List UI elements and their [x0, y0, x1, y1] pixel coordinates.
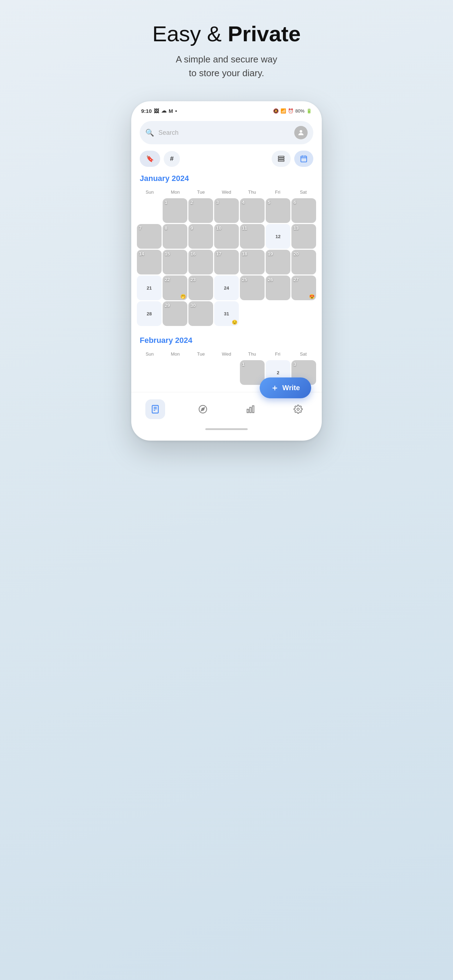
january-2024-label: January 2024: [131, 174, 322, 183]
jan-day-25[interactable]: 25: [240, 275, 265, 300]
jan-day-18[interactable]: 18: [240, 250, 265, 274]
jan-day-20[interactable]: 20: [291, 250, 316, 274]
status-right: 🔕 📶 ⏰ 80% 🔋: [273, 108, 312, 114]
weekday-wed: Wed: [214, 188, 240, 196]
svg-rect-2: [278, 158, 285, 159]
january-cal-grid: 1 2 3 4 5 6 7 8 9: [137, 198, 316, 326]
svg-rect-16: [247, 409, 248, 413]
svg-rect-1: [278, 156, 285, 158]
hashtag-icon: #: [170, 155, 173, 162]
jan-day-8[interactable]: 8: [163, 224, 188, 249]
bookmark-filter-button[interactable]: 🔖: [140, 151, 160, 167]
jan-day-14[interactable]: 14: [137, 250, 162, 274]
jan-day-17[interactable]: 17: [214, 250, 239, 274]
hero-section: Easy & Private A simple and secure wayto…: [153, 21, 300, 101]
bookmark-icon: 🔖: [146, 155, 154, 162]
jan-day-26[interactable]: 26: [265, 275, 290, 300]
battery-label: 80%: [295, 108, 304, 114]
jan-day-28[interactable]: 28: [137, 301, 162, 326]
jan-empty-1: [137, 198, 162, 223]
feb-weekday-fri: Fri: [265, 350, 291, 358]
feb-weekday-sat: Sat: [290, 350, 316, 358]
jan-day-6[interactable]: 6: [291, 198, 316, 223]
feb-weekday-thu: Thu: [239, 350, 265, 358]
nav-settings-button[interactable]: [288, 399, 308, 419]
photo-icon: 🖼: [154, 108, 159, 114]
jan-day-4[interactable]: 4: [240, 198, 265, 223]
phone-mockup: 9:10 🖼 ☁ M • 🔕 📶 ⏰ 80% 🔋 🔍 Search 🔖 #: [131, 101, 322, 441]
cal-weekdays-feb: Sun Mon Tue Wed Thu Fri Sat: [137, 350, 316, 358]
write-button-label: Write: [282, 384, 300, 392]
gmail-icon: M: [168, 108, 173, 114]
jan-day-21[interactable]: 21: [137, 275, 162, 300]
hashtag-filter-button[interactable]: #: [164, 151, 180, 167]
search-placeholder: Search: [158, 129, 290, 137]
weekday-sun: Sun: [137, 188, 163, 196]
hero-title: Easy & Private: [153, 21, 300, 46]
battery-icon: 🔋: [306, 108, 312, 114]
jan-day-12[interactable]: 12: [265, 224, 290, 249]
nav-explore-button[interactable]: [193, 399, 213, 419]
jan-day-5[interactable]: 5: [265, 198, 290, 223]
avatar[interactable]: [294, 126, 308, 139]
jan-day-27[interactable]: 27 😍: [291, 275, 316, 300]
jan-day-11[interactable]: 11: [240, 224, 265, 249]
hero-subtitle: A simple and secure wayto store your dia…: [153, 52, 300, 80]
weekday-sat: Sat: [290, 188, 316, 196]
feb-empty-4: [214, 360, 239, 385]
jan-day-31[interactable]: 31 😒: [214, 301, 239, 326]
write-button[interactable]: Write: [260, 377, 311, 398]
jan-day-15[interactable]: 15: [163, 250, 188, 274]
feb-day-1[interactable]: 1: [240, 360, 265, 385]
svg-point-0: [300, 130, 302, 133]
jan-day-24[interactable]: 24: [214, 275, 239, 300]
feb-weekday-sun: Sun: [137, 350, 163, 358]
february-2024-label: February 2024: [131, 336, 322, 345]
jan-day-29[interactable]: 29: [163, 301, 188, 326]
status-left: 9:10 🖼 ☁ M •: [141, 108, 177, 114]
january-calendar: Sun Mon Tue Wed Thu Fri Sat 1 2 3 4 5: [131, 188, 322, 326]
jan-day-3[interactable]: 3: [214, 198, 239, 223]
feb-weekday-wed: Wed: [214, 350, 240, 358]
feb-weekday-mon: Mon: [163, 350, 188, 358]
dot-icon: •: [175, 108, 177, 114]
nav-stats-button[interactable]: [241, 399, 261, 419]
svg-marker-15: [201, 408, 204, 411]
alarm-icon: ⏰: [288, 108, 294, 114]
weekday-fri: Fri: [265, 188, 291, 196]
jan-day-13[interactable]: 13: [291, 224, 316, 249]
jan-day-9[interactable]: 9: [188, 224, 213, 249]
weekday-mon: Mon: [163, 188, 188, 196]
cloud-icon: ☁: [161, 108, 167, 114]
jan-day-23[interactable]: 23: [188, 275, 213, 300]
mute-icon: 🔕: [273, 108, 279, 114]
wifi-icon: 📶: [280, 108, 286, 114]
svg-point-19: [297, 408, 299, 410]
svg-rect-3: [278, 160, 285, 162]
home-indicator: [205, 428, 248, 430]
time-display: 9:10: [141, 108, 152, 114]
jan-day-22[interactable]: 22 🤭: [163, 275, 188, 300]
jan-day-19[interactable]: 19: [265, 250, 290, 274]
jan-day-30[interactable]: 30: [188, 301, 213, 326]
feb-empty-2: [163, 360, 188, 385]
filter-row: 🔖 #: [131, 151, 322, 167]
nav-diary-button[interactable]: [145, 399, 165, 419]
jan-day-10[interactable]: 10: [214, 224, 239, 249]
svg-rect-18: [252, 406, 254, 413]
jan-day-1[interactable]: 1: [163, 198, 188, 223]
jan-day-16[interactable]: 16: [188, 250, 213, 274]
feb-empty-3: [188, 360, 213, 385]
status-bar: 9:10 🖼 ☁ M • 🔕 📶 ⏰ 80% 🔋: [131, 101, 322, 118]
calendar-view-button[interactable]: [294, 151, 313, 167]
svg-rect-4: [301, 156, 307, 162]
search-icon: 🔍: [145, 129, 154, 137]
feb-empty-1: [137, 360, 162, 385]
list-view-button[interactable]: [272, 151, 291, 167]
weekday-tue: Tue: [188, 188, 214, 196]
feb-weekday-tue: Tue: [188, 350, 214, 358]
jan-day-7[interactable]: 7: [137, 224, 162, 249]
search-bar[interactable]: 🔍 Search: [140, 121, 313, 144]
jan-day-2[interactable]: 2: [188, 198, 213, 223]
svg-rect-17: [250, 407, 251, 413]
